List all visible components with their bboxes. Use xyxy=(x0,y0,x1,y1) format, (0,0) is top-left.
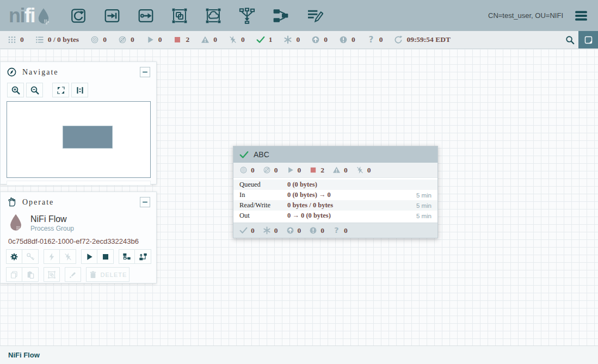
nifi-drop-icon xyxy=(36,8,51,26)
process-group-badges: 0 0 0 2 0 0 xyxy=(233,163,437,178)
pg-up-to-date: 0 xyxy=(239,226,255,235)
toolbar-remote-process-group-icon[interactable] xyxy=(204,7,223,25)
toolbar-template-icon[interactable] xyxy=(272,7,290,25)
pg-transmitting: 0 xyxy=(239,166,255,175)
group-selection-icon xyxy=(47,270,56,279)
transmitting-icon xyxy=(90,35,99,44)
app-header: nifi CN=test_user, OU=NIFI xyxy=(0,0,598,31)
status-locally-modified-and-stale: 0 xyxy=(339,35,355,44)
disabled-bolt-icon xyxy=(356,166,364,174)
queued-list-icon xyxy=(35,35,44,44)
toolbar-process-group-icon[interactable] xyxy=(170,7,189,25)
stop-button[interactable] xyxy=(97,249,114,264)
hand-icon xyxy=(7,197,17,207)
status-transmitting: 0 xyxy=(90,35,107,44)
toolbar-label-icon[interactable] xyxy=(305,7,324,25)
process-group-header[interactable]: ABC xyxy=(233,146,437,163)
refresh-icon[interactable] xyxy=(394,35,403,44)
one-to-one-icon xyxy=(75,85,85,95)
component-toolbar xyxy=(69,7,324,25)
bolt-slash-icon xyxy=(64,252,72,261)
question-mark-icon xyxy=(332,226,341,235)
hamburger-icon xyxy=(573,9,589,23)
zoom-in-button[interactable] xyxy=(7,83,24,97)
status-stale: 0 xyxy=(311,35,328,44)
trash-icon xyxy=(89,270,97,279)
zoom-fit-button[interactable] xyxy=(52,83,69,97)
disable-button[interactable] xyxy=(60,249,76,264)
delete-button[interactable]: DELETE xyxy=(86,267,130,282)
minimap-component-rect[interactable] xyxy=(63,126,113,149)
breadcrumb-root[interactable]: NiFi Flow xyxy=(8,351,40,359)
bolt-icon xyxy=(47,252,56,261)
change-color-button[interactable] xyxy=(65,267,81,282)
search-button[interactable] xyxy=(561,31,578,48)
toolbar-processor-icon[interactable] xyxy=(69,7,88,25)
minus-icon xyxy=(141,69,149,76)
minimap-resize-handle[interactable] xyxy=(7,181,151,186)
paint-brush-icon xyxy=(69,270,77,279)
operate-collapse-button[interactable] xyxy=(140,197,150,207)
status-not-transmitting: 0 xyxy=(118,35,134,44)
paste-button[interactable] xyxy=(22,267,39,282)
zoom-actual-size-button[interactable] xyxy=(71,83,88,97)
start-button[interactable] xyxy=(81,249,97,264)
bulletin-board-button[interactable] xyxy=(578,31,598,48)
pg-not-transmitting: 0 xyxy=(263,166,278,175)
stat-row-read-write: Read/Write 0 bytes / 0 bytes 5 min xyxy=(233,200,437,211)
copy-button[interactable] xyxy=(6,267,22,282)
navigate-panel: Navigate xyxy=(0,61,157,184)
process-group-abc[interactable]: ABC 0 0 0 2 0 0 Queued 0 (0 bytes) In 0 … xyxy=(233,146,438,238)
zoom-out-button[interactable] xyxy=(26,83,43,97)
toolbar-funnel-icon[interactable] xyxy=(238,7,256,25)
status-up-to-date: 1 xyxy=(256,35,273,44)
stat-row-in: In 0 (0 bytes) → 0 5 min xyxy=(233,190,437,200)
breadcrumb-bar: NiFi Flow xyxy=(0,346,598,364)
pg-stale: 0 xyxy=(286,226,301,235)
status-running: 0 xyxy=(146,35,162,44)
process-group-stats-table: Queued 0 (0 bytes) In 0 (0 bytes) → 0 5 … xyxy=(233,178,437,223)
nifi-logo: nifi xyxy=(9,5,51,26)
not-transmitting-icon xyxy=(118,35,127,44)
paste-icon xyxy=(26,270,35,279)
upload-template-icon xyxy=(139,252,147,261)
upload-template-button[interactable] xyxy=(135,249,151,264)
zoom-in-icon xyxy=(11,85,21,95)
up-arrow-circle-icon xyxy=(311,35,320,44)
group-button[interactable] xyxy=(44,267,60,282)
fit-screen-icon xyxy=(56,85,66,95)
birdseye-minimap[interactable] xyxy=(7,101,151,178)
current-user: CN=test_user, OU=NIFI xyxy=(488,11,563,20)
pg-sync-failure: 0 xyxy=(332,226,348,235)
pg-invalid: 0 xyxy=(332,166,348,175)
logo-text-ni: ni xyxy=(9,6,24,26)
flow-status-bar: 0 0 / 0 bytes 0 0 0 2 0 0 1 0 0 0 0 09:5… xyxy=(0,31,598,49)
status-last-refreshed: 09:59:54 EDT xyxy=(394,35,451,44)
configure-button[interactable] xyxy=(6,249,22,264)
bulletin-note-icon xyxy=(584,35,593,45)
pg-running: 0 xyxy=(286,166,301,175)
compass-icon xyxy=(7,67,17,77)
enable-button[interactable] xyxy=(44,249,60,264)
status-locally-modified: 0 xyxy=(283,35,300,44)
delete-button-label: DELETE xyxy=(101,272,127,278)
global-menu-button[interactable] xyxy=(573,9,589,23)
pg-locally-modified: 0 xyxy=(263,226,278,235)
play-icon xyxy=(286,166,294,174)
navigate-collapse-button[interactable] xyxy=(140,67,150,77)
save-template-button[interactable] xyxy=(119,249,135,264)
check-icon xyxy=(256,35,265,44)
key-icon xyxy=(26,252,35,261)
exclamation-circle-icon xyxy=(339,35,348,44)
play-icon xyxy=(146,35,155,44)
toolbar-output-port-icon[interactable] xyxy=(137,7,155,25)
process-group-drop-icon xyxy=(8,213,23,233)
asterisk-icon xyxy=(263,226,271,235)
process-group-name: ABC xyxy=(254,150,269,159)
access-policies-button[interactable] xyxy=(22,249,39,264)
flow-canvas[interactable]: Navigate Operate NiFi Flow Process Group xyxy=(0,49,598,346)
search-icon xyxy=(565,35,575,45)
stop-icon xyxy=(173,35,182,44)
navigate-panel-title: Navigate xyxy=(22,68,59,77)
toolbar-input-port-icon[interactable] xyxy=(103,7,121,25)
